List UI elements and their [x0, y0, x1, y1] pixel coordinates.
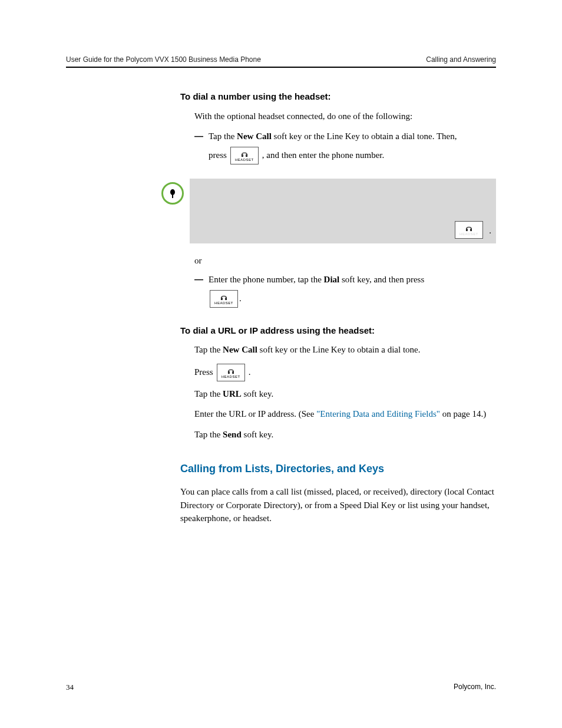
- bullet1-text: Tap the New Call soft key or the Line Ke…: [209, 130, 496, 143]
- svg-rect-1: [172, 194, 173, 198]
- press-word: press: [209, 149, 227, 162]
- period: .: [239, 292, 242, 305]
- press-word-2: Press: [194, 365, 213, 379]
- link-entering-data[interactable]: "Entering Data and Editing Fields": [316, 409, 440, 419]
- p5: Tap the Send soft key.: [194, 428, 496, 442]
- headset-key-icon: HEADSET: [455, 221, 483, 239]
- heading-calling-lists: Calling from Lists, Directories, and Key…: [180, 461, 496, 477]
- p3: Tap the URL soft key.: [194, 387, 496, 401]
- heading-dial-url: To dial a URL or IP address using the he…: [180, 324, 496, 338]
- heading-dial-headset: To dial a number using the headset:: [180, 90, 496, 104]
- headset-key-icon: HEADSET: [210, 290, 238, 308]
- dash-bullet: —: [194, 273, 209, 286]
- p1: Tap the New Call soft key or the Line Ke…: [194, 343, 496, 357]
- header-rule: [66, 67, 496, 68]
- bullet2-text: Enter the phone number, tap the Dial sof…: [209, 273, 496, 286]
- headset-key-icon: HEADSET: [230, 147, 259, 164]
- note-trailing-dot: .: [489, 224, 491, 238]
- press-period: .: [249, 365, 251, 379]
- footer-company: Polycom, Inc.: [454, 681, 496, 693]
- after-press-text: , and then enter the phone number.: [262, 149, 384, 162]
- p4: Enter the URL or IP address. (See "Enter…: [194, 407, 496, 421]
- header-left: User Guide for the Polycom VVX 1500 Busi…: [66, 54, 261, 65]
- tip-icon: [161, 182, 184, 205]
- page-number: 34: [66, 681, 74, 693]
- intro-text: With the optional headset connected, do …: [194, 110, 496, 123]
- note-body: HEADSET .: [190, 179, 496, 243]
- or-text: or: [194, 254, 496, 268]
- section3-body: You can place calls from a call list (mi…: [180, 485, 496, 525]
- dash-bullet: —: [194, 130, 209, 143]
- header-right: Calling and Answering: [426, 54, 496, 65]
- headset-key-icon: HEADSET: [217, 364, 245, 381]
